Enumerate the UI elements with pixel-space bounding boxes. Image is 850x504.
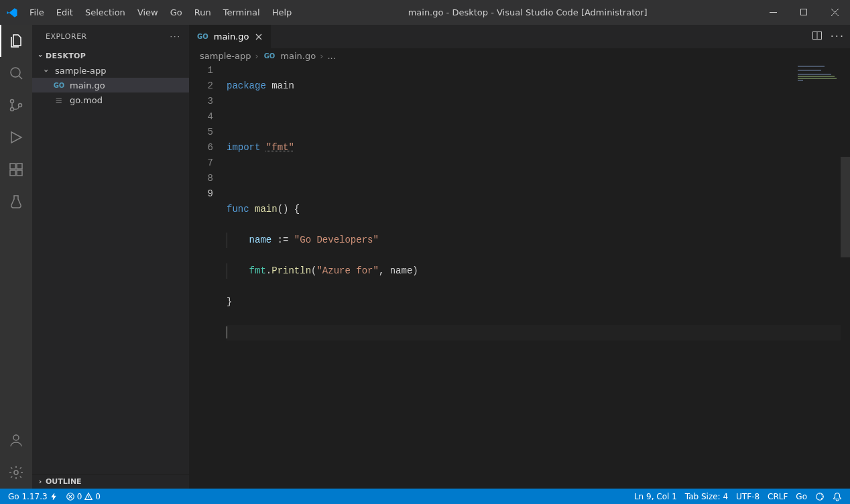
- svg-point-7: [11, 108, 14, 111]
- maximize-button[interactable]: [788, 0, 819, 25]
- root-label: DESKTOP: [46, 52, 86, 60]
- status-language[interactable]: Go: [792, 489, 811, 504]
- activity-explorer[interactable]: [0, 25, 32, 57]
- split-editor-icon[interactable]: [812, 30, 823, 44]
- menu-selection[interactable]: Selection: [79, 0, 131, 25]
- activity-bar: [0, 25, 32, 489]
- svg-point-4: [11, 68, 20, 77]
- go-file-icon: GO: [196, 33, 210, 40]
- editor-area: GO main.go ··· sample-app › GO main.go ›…: [189, 25, 850, 489]
- menu-run[interactable]: Run: [188, 0, 217, 25]
- breadcrumbs[interactable]: sample-app › GO main.go › ...: [189, 48, 850, 63]
- minimap[interactable]: [787, 63, 841, 489]
- line-number-gutter: 1 2 3 4 5 6 7 8 9: [189, 63, 227, 489]
- tree-file-go-mod[interactable]: ≡ go.mod: [32, 92, 189, 107]
- vscode-logo-icon: [0, 7, 23, 19]
- svg-point-6: [11, 100, 14, 103]
- chevron-down-icon: [35, 52, 46, 60]
- menu-file[interactable]: File: [23, 0, 50, 25]
- editor-actions: ···: [812, 25, 850, 48]
- outline-section[interactable]: OUTLINE: [32, 474, 189, 489]
- file-icon: ≡: [54, 95, 64, 105]
- status-feedback-icon[interactable]: [811, 489, 829, 504]
- chevron-right-icon: ›: [320, 51, 323, 61]
- activity-run-debug[interactable]: [0, 121, 32, 153]
- status-problems[interactable]: 0 0: [62, 489, 105, 504]
- explorer-sidebar: EXPLORER ··· DESKTOP sample-app GO main.…: [32, 25, 189, 489]
- file-label: main.go: [70, 80, 105, 90]
- minimize-button[interactable]: [757, 0, 788, 25]
- status-eol[interactable]: CRLF: [764, 489, 792, 504]
- status-cursor-position[interactable]: Ln 9, Col 1: [630, 489, 681, 504]
- close-tab-button[interactable]: [253, 32, 264, 42]
- breadcrumb-segment[interactable]: sample-app: [200, 51, 251, 61]
- go-file-icon: GO: [263, 52, 277, 60]
- svg-rect-9: [10, 164, 15, 169]
- activity-source-control[interactable]: [0, 89, 32, 121]
- outline-label: OUTLINE: [46, 477, 82, 486]
- chevron-down-icon: [42, 66, 52, 76]
- svg-point-8: [19, 104, 22, 107]
- svg-line-5: [19, 76, 22, 79]
- tree-file-main-go[interactable]: GO main.go: [32, 78, 189, 92]
- status-encoding[interactable]: UTF-8: [732, 489, 764, 504]
- status-tab-size[interactable]: Tab Size: 4: [681, 489, 732, 504]
- menu-view[interactable]: View: [131, 0, 164, 25]
- breadcrumb-tail[interactable]: ...: [327, 51, 335, 61]
- scrollbar-thumb[interactable]: [841, 157, 850, 257]
- chevron-right-icon: [35, 477, 46, 486]
- activity-testing[interactable]: [0, 186, 32, 218]
- close-button[interactable]: [819, 0, 850, 25]
- tab-label: main.go: [214, 32, 249, 42]
- menu-go[interactable]: Go: [164, 0, 188, 25]
- breadcrumb-segment[interactable]: main.go: [280, 51, 316, 61]
- editor-tabs: GO main.go ···: [189, 25, 850, 48]
- svg-rect-11: [10, 170, 15, 176]
- activity-search[interactable]: [0, 57, 32, 89]
- window-title: main.go - Desktop - Visual Studio Code […: [298, 7, 757, 17]
- activity-accounts[interactable]: [0, 424, 32, 456]
- activity-settings[interactable]: [0, 456, 32, 489]
- chevron-right-icon: ›: [255, 51, 258, 61]
- svg-point-13: [13, 435, 19, 440]
- menu-edit[interactable]: Edit: [50, 0, 79, 25]
- folder-label: sample-app: [55, 66, 106, 76]
- more-actions-icon[interactable]: ···: [831, 30, 845, 43]
- code-editor[interactable]: 1 2 3 4 5 6 7 8 9 package main import "f…: [189, 63, 850, 489]
- explorer-title: EXPLORER: [46, 32, 87, 41]
- tree-root[interactable]: DESKTOP: [32, 48, 189, 63]
- activity-extensions[interactable]: [0, 153, 32, 186]
- svg-point-14: [14, 470, 18, 475]
- status-go-version[interactable]: Go 1.17.3: [4, 489, 62, 504]
- svg-rect-10: [17, 164, 22, 169]
- svg-rect-1: [800, 9, 806, 15]
- minimap-content: [798, 66, 838, 82]
- file-label: go.mod: [70, 95, 103, 105]
- status-notifications-icon[interactable]: [829, 489, 846, 504]
- svg-rect-12: [17, 170, 22, 176]
- title-bar: File Edit Selection View Go Run Terminal…: [0, 0, 850, 25]
- status-bar: Go 1.17.3 0 0 Ln 9, Col 1 Tab Size: 4 UT…: [0, 489, 850, 504]
- window-controls: [757, 0, 850, 25]
- file-tree: DESKTOP sample-app GO main.go ≡ go.mod: [32, 48, 189, 474]
- code-content[interactable]: package main import "fmt" func main() { …: [227, 63, 850, 489]
- tab-main-go[interactable]: GO main.go: [189, 25, 271, 48]
- menu-help[interactable]: Help: [266, 0, 298, 25]
- explorer-header: EXPLORER ···: [32, 25, 189, 48]
- text-cursor: [227, 326, 227, 338]
- main-menu: File Edit Selection View Go Run Terminal…: [23, 0, 298, 25]
- menu-terminal[interactable]: Terminal: [217, 0, 266, 25]
- scrollbar[interactable]: [841, 63, 850, 489]
- go-file-icon: GO: [54, 82, 64, 89]
- tree-folder-sample-app[interactable]: sample-app: [32, 63, 189, 78]
- more-icon[interactable]: ···: [170, 32, 182, 41]
